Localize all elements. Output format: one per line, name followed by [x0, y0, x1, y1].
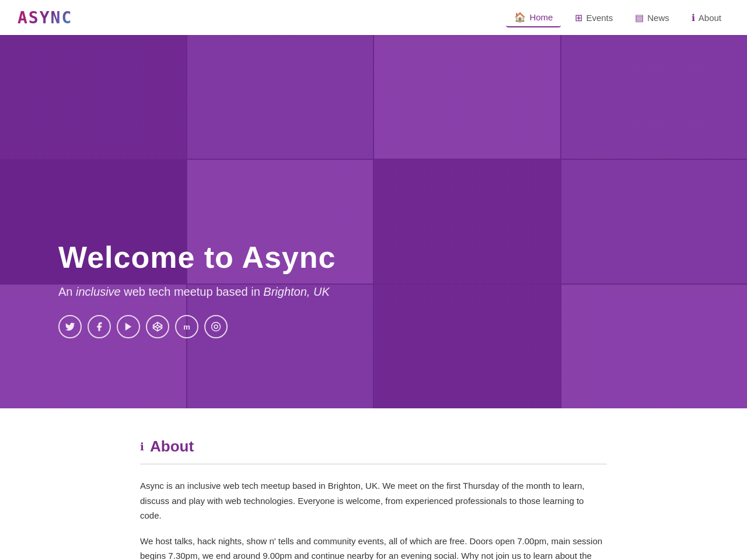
- nav-links: 🏠 Home ⊞ Events ▤ News ℹ About: [506, 8, 729, 27]
- news-icon: ▤: [635, 12, 644, 23]
- about-section-title: About: [150, 438, 194, 456]
- photo-cell-7: [374, 160, 560, 284]
- twitter-icon[interactable]: [58, 315, 82, 338]
- events-icon: ⊞: [575, 12, 582, 23]
- hero-section: Welcome to Async An inclusive web tech m…: [0, 35, 747, 408]
- subtitle-plain: An: [58, 285, 76, 298]
- photo-cell-12: [561, 285, 748, 408]
- photo-cell-3: [374, 35, 560, 159]
- about-paragraph-2: We host talks, hack nights, show n' tell…: [140, 534, 607, 561]
- about-section-icon: ℹ: [140, 440, 144, 453]
- other-social-icon[interactable]: [204, 315, 228, 338]
- about-paragraph-1: Async is an inclusive web tech meetup ba…: [140, 478, 607, 523]
- nav-label-about: About: [699, 13, 721, 23]
- hero-photo-grid: [0, 35, 747, 408]
- subtitle-location: Brighton, UK: [263, 285, 329, 298]
- svg-marker-0: [125, 323, 132, 331]
- hero-subtitle: An inclusive web tech meetup based in Br…: [58, 285, 336, 299]
- photo-cell-11: [374, 285, 560, 408]
- nav-link-news[interactable]: ▤ News: [627, 9, 678, 27]
- home-icon: 🏠: [514, 12, 526, 23]
- photo-cell-2: [187, 35, 374, 159]
- hero-content: Welcome to Async An inclusive web tech m…: [58, 240, 336, 338]
- nav-label-home: Home: [529, 12, 553, 22]
- logo-area[interactable]: ASYNC: [18, 8, 72, 27]
- facebook-icon[interactable]: [88, 315, 111, 338]
- navbar: ASYNC 🏠 Home ⊞ Events ▤ News ℹ About: [0, 0, 747, 35]
- svg-point-5: [214, 325, 218, 328]
- social-icons: m: [58, 315, 336, 338]
- about-header: ℹ About: [140, 438, 607, 456]
- logo: ASYNC: [18, 8, 72, 27]
- photo-cell-4: [561, 35, 748, 159]
- nav-item-events[interactable]: ⊞ Events: [567, 9, 621, 27]
- subtitle-middle: web tech meetup based in: [121, 285, 264, 298]
- hero-title: Welcome to Async: [58, 240, 336, 275]
- meetup-icon[interactable]: m: [175, 315, 198, 338]
- about-icon: ℹ: [692, 12, 695, 23]
- nav-item-about[interactable]: ℹ About: [683, 9, 729, 27]
- nav-label-news: News: [647, 13, 669, 23]
- codepen-icon[interactable]: [146, 315, 169, 338]
- photo-cell-8: [561, 160, 748, 284]
- about-section: ℹ About Async is an inclusive web tech m…: [82, 408, 665, 560]
- nav-link-home[interactable]: 🏠 Home: [506, 8, 561, 27]
- nav-label-events: Events: [586, 13, 613, 23]
- youtube-icon[interactable]: [117, 315, 140, 338]
- photo-cell-1: [0, 35, 186, 159]
- nav-link-about[interactable]: ℹ About: [683, 9, 729, 27]
- nav-item-home[interactable]: 🏠 Home: [506, 8, 561, 27]
- subtitle-italic: inclusive: [76, 285, 121, 298]
- about-divider: [140, 464, 607, 464]
- svg-point-4: [212, 323, 221, 331]
- nav-link-events[interactable]: ⊞ Events: [567, 9, 621, 27]
- nav-item-news[interactable]: ▤ News: [627, 9, 678, 27]
